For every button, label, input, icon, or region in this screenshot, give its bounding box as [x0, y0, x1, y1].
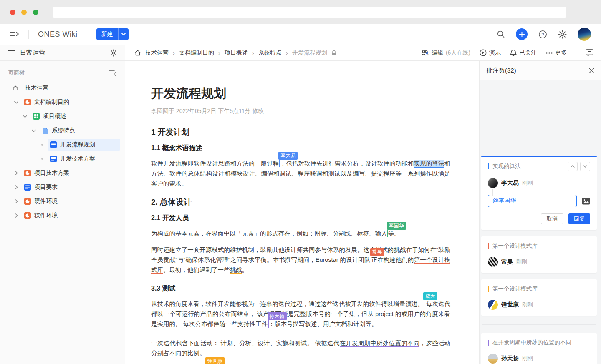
page-tree-label: 页面树	[8, 69, 25, 77]
comments-section-divider	[482, 316, 596, 325]
breadcrumb-item[interactable]: 文档编制目的	[179, 49, 214, 57]
reply-button[interactable]: 回复	[568, 213, 590, 224]
comment-card[interactable]: 在开发周期中所处的位置的不同 孙天扬 刚刚	[481, 333, 597, 364]
tree-item-dev-tech-plan[interactable]: 开发技术方案	[0, 152, 125, 166]
window-minimize-button[interactable]	[21, 10, 27, 15]
image-icon[interactable]	[582, 198, 590, 205]
comments-panel-header: 批注数(32)	[480, 61, 601, 80]
tree-item-project-requirements[interactable]: 项目要求	[0, 180, 125, 194]
chevron-right-icon: ›	[173, 49, 175, 56]
paragraph: 为构成的基本元素，在界面中以「元素」的形式存在，例如：图标、分割线、标签、输入李…	[151, 228, 450, 238]
chevron-right-icon[interactable]	[13, 185, 19, 189]
breadcrumb-item[interactable]: 技术运营	[145, 49, 169, 57]
breadcrumb-item[interactable]: 系统特点	[258, 49, 282, 57]
quoted-text: 在开发周期中所处的位置的不同	[492, 339, 590, 346]
comment-card[interactable]: 第一个设计模式库 常昊 刚刚	[481, 236, 597, 273]
close-icon[interactable]	[589, 68, 594, 73]
comment-time: 刚刚	[522, 179, 533, 187]
chevron-right-icon[interactable]	[13, 213, 19, 218]
edit-button[interactable]: 编辑 (6人在线)	[421, 49, 470, 57]
cancel-button[interactable]: 取消	[541, 213, 563, 224]
home-icon[interactable]	[134, 50, 141, 56]
doc-page-icon	[50, 141, 57, 148]
breadcrumb-item[interactable]: 项目概述	[225, 49, 248, 57]
chevron-down-icon[interactable]	[31, 129, 37, 132]
sort-icon[interactable]	[109, 70, 116, 76]
new-button-dropdown[interactable]	[118, 28, 129, 40]
heading-2: 2. 总体设计	[151, 198, 450, 206]
tree-item-doc-purpose[interactable]: 文档编制目的	[0, 95, 125, 109]
follow-label: 已关注	[519, 49, 537, 57]
pie-page-icon	[24, 170, 31, 176]
more-button[interactable]: 更多	[546, 49, 567, 57]
gear-icon[interactable]	[558, 30, 567, 39]
tree-item-software-env[interactable]: 软件环境	[0, 208, 125, 223]
menu-icon[interactable]	[8, 50, 15, 56]
next-comment-button[interactable]	[580, 162, 590, 171]
quote-color-bar	[488, 163, 489, 169]
tree-item-project-tech-plan[interactable]: 项目技术方案	[0, 166, 125, 180]
avatar	[488, 354, 498, 364]
annotation-underline[interactable]: 在开发周期中所处位置的不同	[340, 340, 420, 347]
create-plus-icon[interactable]	[516, 28, 528, 40]
comments-count-title: 批注数(32)	[486, 67, 516, 75]
annotation-highlight[interactable]: 实现的算法	[414, 160, 444, 168]
avatar	[488, 300, 498, 310]
chevron-down-icon[interactable]	[22, 115, 28, 118]
quoted-text: 第一个设计模式库	[492, 285, 590, 293]
lock-icon	[331, 50, 336, 55]
follow-button[interactable]: 已关注	[510, 49, 537, 57]
window-zoom-button[interactable]	[33, 10, 38, 15]
divider	[87, 30, 87, 39]
quoted-text: 第一个设计模式库	[492, 242, 590, 250]
edit-label: 编辑	[432, 49, 443, 57]
app-title: ONES Wiki	[38, 30, 78, 39]
comment-icon[interactable]	[586, 49, 593, 56]
divider	[576, 49, 576, 57]
bullet-icon	[41, 144, 43, 146]
heading-3-3: 3.3 测试	[151, 285, 450, 292]
tree-item-hardware-env[interactable]: 硬件环境	[0, 194, 125, 208]
collab-cursor-label: 孙天扬	[268, 312, 287, 320]
address-bar[interactable]	[53, 7, 566, 18]
help-icon[interactable]: ?	[538, 30, 547, 39]
chevron-down-icon[interactable]	[13, 101, 19, 104]
space-gear-icon[interactable]	[110, 49, 117, 57]
comment-time: 刚刚	[522, 355, 533, 362]
collab-caret: 李大易	[279, 160, 280, 167]
comments-list: 实现的算法 李大易 刚刚	[480, 80, 601, 364]
thread-line	[492, 189, 493, 196]
tree-item-dev-process-plan[interactable]: 开发流程规划	[0, 138, 125, 152]
grid-page-icon	[33, 113, 40, 120]
new-button[interactable]: 新建	[96, 28, 129, 40]
collab-caret: 李国华	[387, 230, 388, 237]
present-button[interactable]: 演示	[480, 49, 501, 57]
comment-author: 孙天扬	[501, 355, 519, 362]
collab-cursor-label: 锺世康	[205, 357, 225, 364]
page-title: 开发流程规划	[151, 86, 450, 100]
collab-caret: 孙天扬	[268, 320, 269, 328]
tree-item-system-features[interactable]: 系统特点	[0, 123, 125, 138]
chevron-right-icon[interactable]	[13, 171, 19, 175]
user-avatar[interactable]	[578, 28, 591, 41]
reply-input[interactable]	[488, 195, 577, 207]
breadcrumb: 技术运营 › 文档编制目的 › 项目概述 › 系统特点 › 开发流程规划	[134, 49, 336, 57]
heading-1-1: 1.1 概念术语描述	[151, 144, 450, 152]
page-icon	[42, 127, 48, 134]
annotation-underline[interactable]: 挑战	[230, 266, 242, 274]
tree-item-project-overview[interactable]: 项目概述	[0, 109, 125, 123]
sidebar-collapse-icon[interactable]	[9, 30, 19, 38]
pie-page-icon	[24, 198, 31, 205]
search-icon[interactable]	[497, 30, 505, 38]
chevron-right-icon[interactable]	[13, 199, 19, 203]
window-close-button[interactable]	[10, 10, 15, 15]
new-button-label[interactable]: 新建	[96, 28, 118, 40]
home-icon	[13, 85, 18, 91]
comment-card[interactable]: 第一个设计模式库 锺世康 刚刚	[481, 279, 597, 316]
comment-time: 刚刚	[516, 258, 527, 266]
tree-item-tech-ops[interactable]: 技术运营	[0, 81, 125, 95]
collab-caret: 常昊	[371, 256, 371, 264]
prev-comment-button[interactable]	[568, 162, 578, 171]
chevron-right-icon: ›	[252, 49, 254, 56]
comment-author: 锺世康	[501, 301, 519, 309]
